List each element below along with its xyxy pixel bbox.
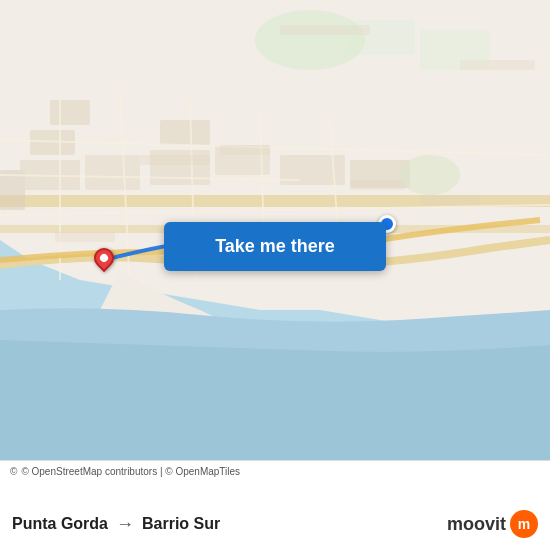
origin-label: Punta Gorda <box>12 515 108 533</box>
svg-point-17 <box>400 155 460 195</box>
copyright-icon: © <box>10 466 17 477</box>
destination-label: Barrio Sur <box>142 515 220 533</box>
svg-rect-27 <box>140 155 210 165</box>
route-labels: Punta Gorda → Barrio Sur <box>12 514 220 535</box>
take-me-there-button[interactable]: Take me there <box>164 222 386 271</box>
svg-rect-28 <box>220 145 270 155</box>
destination-marker <box>94 248 114 276</box>
svg-rect-10 <box>160 120 210 145</box>
moovit-text: moovit <box>447 514 506 535</box>
attribution-text: © OpenStreetMap contributors | © OpenMap… <box>21 466 240 477</box>
svg-rect-29 <box>350 180 405 190</box>
svg-rect-7 <box>85 155 140 190</box>
moovit-icon: m <box>510 510 538 538</box>
svg-rect-31 <box>460 60 535 70</box>
svg-rect-26 <box>55 232 115 242</box>
attribution: © © OpenStreetMap contributors | © OpenM… <box>0 461 550 477</box>
map-container: Take me there <box>0 0 550 460</box>
moovit-logo: moovit m <box>447 510 538 538</box>
svg-point-16 <box>255 10 365 70</box>
svg-rect-32 <box>280 25 370 35</box>
route-info: Punta Gorda → Barrio Sur moovit m <box>0 510 550 550</box>
footer: © © OpenStreetMap contributors | © OpenM… <box>0 460 550 550</box>
arrow-icon: → <box>116 514 134 535</box>
svg-rect-30 <box>420 195 480 205</box>
svg-rect-8 <box>50 100 90 125</box>
